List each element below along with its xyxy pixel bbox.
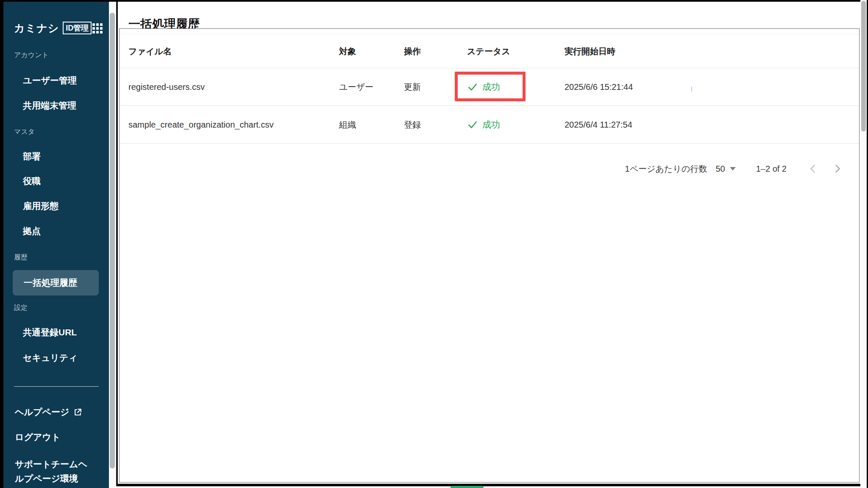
pagination-prev-button[interactable] [807, 163, 819, 175]
window-border-bottom [118, 484, 867, 486]
column-header-status: ステータス [467, 46, 510, 57]
logout-label: ログアウト [15, 432, 60, 442]
text-cursor-artifact [691, 86, 692, 92]
table-row-1-file-name: registered-users.csv [128, 81, 205, 92]
sidebar-section-history: 履歴 [14, 253, 28, 262]
table-divider [120, 143, 859, 144]
sidebar-item-location[interactable]: 拠点 [23, 226, 41, 236]
table-row-2-operation: 登録 [404, 119, 421, 130]
check-icon [467, 119, 478, 130]
sidebar-link-support-team-help[interactable]: サポートチームヘルプページ環境 [15, 457, 94, 486]
help-page-label: ヘルプページ [15, 407, 69, 417]
sidebar-item-position[interactable]: 役職 [23, 176, 41, 186]
bottom-peek-button[interactable] [451, 486, 484, 488]
external-link-icon [73, 408, 82, 417]
column-header-file-name: ファイル名 [128, 46, 172, 57]
chevron-left-icon [807, 163, 819, 175]
pagination-next-button[interactable] [832, 163, 843, 175]
sidebar-link-help-page[interactable]: ヘルプページ [15, 407, 82, 417]
column-header-started-at: 実行開始日時 [565, 46, 615, 57]
sidebar-item-employment-type[interactable]: 雇用形態 [23, 201, 58, 211]
rows-per-page-value: 50 [715, 164, 725, 174]
pagination-range-label: 1–2 of 2 [756, 164, 787, 174]
table-pagination: 1ページあたりの行数 50 1–2 of 2 [119, 160, 860, 177]
sidebar: カミナシ ID管理 アカウント ユーザー管理 共用端末管理 マスタ 部署 役職 … [3, 2, 109, 488]
sidebar-item-shared-device-management[interactable]: 共用端末管理 [23, 100, 76, 111]
sidebar-divider [14, 386, 99, 387]
sidebar-item-batch-history-label: 一括処理履歴 [24, 270, 77, 296]
sidebar-item-batch-history-active[interactable]: 一括処理履歴 [13, 270, 99, 296]
card-top-inner-line [120, 34, 859, 34]
app-window: カミナシ ID管理 アカウント ユーザー管理 共用端末管理 マスタ 部署 役職 … [0, 0, 868, 488]
table-row-2-started-at: 2025/6/4 11:27:54 [565, 119, 632, 130]
brand-badge: ID管理 [63, 22, 92, 34]
column-header-target: 対象 [339, 46, 356, 57]
rows-per-page-label: 1ページあたりの行数 [625, 163, 707, 175]
table-row-1-started-at: 2025/6/6 15:21:44 [565, 81, 633, 92]
annotation-highlight-box [455, 72, 526, 101]
table-divider [120, 106, 859, 106]
brand-logo[interactable]: カミナシ ID管理 [14, 20, 92, 36]
sidebar-section-settings: 設定 [14, 304, 28, 312]
sidebar-item-department[interactable]: 部署 [23, 151, 41, 162]
rows-per-page-select[interactable]: 50 [715, 164, 735, 174]
chevron-right-icon [832, 163, 843, 175]
table-row-2-target: 組織 [339, 119, 356, 130]
sidebar-link-logout[interactable]: ログアウト [15, 432, 60, 442]
sidebar-item-common-registration-url[interactable]: 共通登録URL [23, 327, 77, 337]
table-row-2-status: 成功 [482, 119, 500, 130]
table-divider [120, 68, 859, 68]
window-border-left [0, 0, 3, 488]
table-row-1-target: ユーザー [339, 81, 373, 92]
page-scrollbar-thumb[interactable] [861, 1, 866, 131]
sidebar-scrollbar-track[interactable] [109, 2, 116, 488]
sidebar-section-master: マスタ [14, 128, 35, 136]
table-row-1-operation: 更新 [404, 81, 421, 92]
column-header-operation: 操作 [404, 46, 421, 57]
window-border-top [0, 0, 860, 2]
content-left-divider [116, 2, 118, 486]
apps-grid-icon[interactable] [92, 23, 103, 33]
sidebar-item-security[interactable]: セキュリティ [23, 353, 78, 363]
sidebar-section-account: アカウント [14, 51, 49, 59]
page-scrollbar-track[interactable] [860, 0, 867, 488]
caret-down-icon [730, 167, 736, 170]
brand-name: カミナシ [14, 21, 59, 35]
sidebar-scrollbar-thumb[interactable] [110, 13, 115, 468]
sidebar-item-user-management[interactable]: ユーザー管理 [23, 75, 77, 86]
table-row-2-file-name: sample_create_organization_chart.csv [128, 119, 273, 130]
